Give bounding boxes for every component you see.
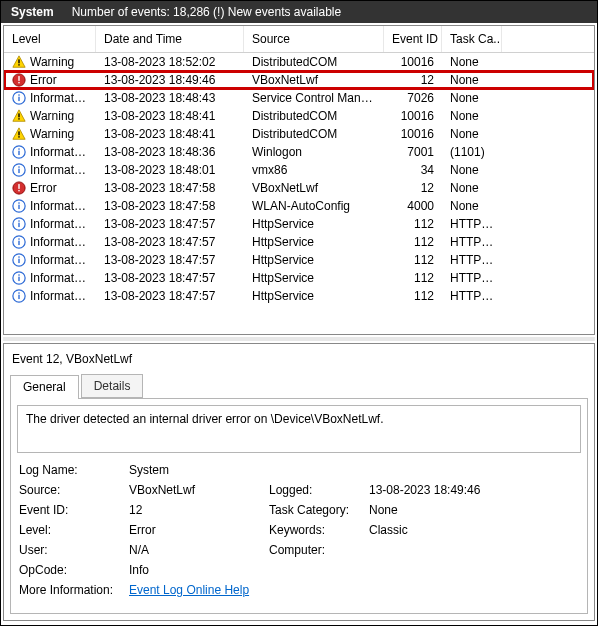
table-row[interactable]: Information13-08-2023 18:47:57HttpServic…: [4, 251, 594, 269]
info-icon: [12, 235, 26, 249]
cell-level: Error: [30, 181, 57, 195]
cell-datetime: 13-08-2023 18:48:36: [96, 144, 244, 160]
val-level: Error: [129, 523, 269, 537]
table-row[interactable]: Error13-08-2023 18:47:58VBoxNetLwf12None: [4, 179, 594, 197]
col-level[interactable]: Level: [4, 26, 96, 52]
details-title: Event 12, VBoxNetLwf: [10, 348, 588, 374]
col-source[interactable]: Source: [244, 26, 384, 52]
grid-header[interactable]: Level Date and Time Source Event ID Task…: [4, 26, 594, 53]
grid-body[interactable]: Warning13-08-2023 18:52:02DistributedCOM…: [4, 53, 594, 331]
svg-rect-5: [18, 82, 19, 83]
lbl-user: User:: [19, 543, 129, 557]
table-row[interactable]: Error13-08-2023 18:49:46VBoxNetLwf12None: [4, 71, 594, 89]
cell-datetime: 13-08-2023 18:48:41: [96, 126, 244, 142]
warning-icon: [12, 55, 26, 69]
lbl-taskcat: Task Category:: [269, 503, 369, 517]
cell-level: Information: [30, 253, 90, 267]
table-row[interactable]: Warning13-08-2023 18:48:41DistributedCOM…: [4, 125, 594, 143]
event-message: The driver detected an internal driver e…: [17, 405, 581, 453]
error-icon: [12, 73, 26, 87]
cell-level: Information: [30, 91, 90, 105]
cell-level: Error: [30, 73, 57, 87]
cell-taskcat: None: [442, 126, 502, 142]
svg-rect-38: [18, 274, 19, 275]
svg-rect-25: [18, 205, 19, 209]
cell-taskcat: None: [442, 108, 502, 124]
svg-rect-1: [18, 59, 19, 63]
col-datetime[interactable]: Date and Time: [96, 26, 244, 52]
tab-general[interactable]: General: [10, 375, 79, 399]
cell-source: VBoxNetLwf: [244, 180, 384, 196]
details-tabs: General Details: [10, 374, 588, 399]
table-row[interactable]: Warning13-08-2023 18:52:02DistributedCOM…: [4, 53, 594, 71]
cell-datetime: 13-08-2023 18:47:57: [96, 252, 244, 268]
val-taskcat: None: [369, 503, 529, 517]
cell-datetime: 13-08-2023 18:48:01: [96, 162, 244, 178]
lbl-opcode: OpCode:: [19, 563, 129, 577]
info-icon: [12, 289, 26, 303]
cell-taskcat: (1101): [442, 144, 502, 160]
col-eventid[interactable]: Event ID: [384, 26, 442, 52]
warning-icon: [12, 127, 26, 141]
svg-rect-16: [18, 151, 19, 155]
svg-rect-41: [18, 292, 19, 293]
warning-icon: [12, 109, 26, 123]
cell-level: Information: [30, 289, 90, 303]
cell-taskcat: HTTP S...: [442, 288, 502, 304]
cell-eventid: 112: [384, 288, 442, 304]
splitter[interactable]: [3, 337, 595, 341]
table-row[interactable]: Information13-08-2023 18:47:57HttpServic…: [4, 269, 594, 287]
svg-rect-40: [18, 295, 19, 299]
lbl-level: Level:: [19, 523, 129, 537]
svg-rect-7: [18, 97, 19, 101]
cell-level: Warning: [30, 109, 74, 123]
lbl-logname: Log Name:: [19, 463, 129, 477]
table-row[interactable]: Information13-08-2023 18:48:01vmx8634Non…: [4, 161, 594, 179]
svg-rect-11: [18, 118, 19, 119]
val-opcode: Info: [129, 563, 269, 577]
cell-source: vmx86: [244, 162, 384, 178]
svg-rect-20: [18, 166, 19, 167]
table-row[interactable]: Warning13-08-2023 18:48:41DistributedCOM…: [4, 107, 594, 125]
details-pane: Event 12, VBoxNetLwf General Details The…: [3, 343, 595, 621]
lbl-keywords: Keywords:: [269, 523, 369, 537]
cell-eventid: 112: [384, 216, 442, 232]
cell-taskcat: None: [442, 198, 502, 214]
svg-rect-17: [18, 148, 19, 149]
svg-rect-29: [18, 220, 19, 221]
cell-eventid: 12: [384, 72, 442, 88]
svg-rect-37: [18, 277, 19, 281]
cell-eventid: 4000: [384, 198, 442, 214]
svg-rect-4: [18, 76, 19, 81]
table-row[interactable]: Information13-08-2023 18:48:43Service Co…: [4, 89, 594, 107]
svg-rect-13: [18, 131, 19, 135]
table-row[interactable]: Information13-08-2023 18:47:57HttpServic…: [4, 287, 594, 305]
cell-source: Service Control Mana...: [244, 90, 384, 106]
table-row[interactable]: Information13-08-2023 18:47:57HttpServic…: [4, 233, 594, 251]
cell-eventid: 10016: [384, 54, 442, 70]
info-icon: [12, 199, 26, 213]
svg-rect-8: [18, 94, 19, 95]
cell-level: Warning: [30, 127, 74, 141]
cell-taskcat: None: [442, 90, 502, 106]
cell-taskcat: HTTP S...: [442, 216, 502, 232]
cell-level: Information: [30, 145, 90, 159]
cell-eventid: 7001: [384, 144, 442, 160]
col-taskcat[interactable]: Task Ca...: [442, 26, 502, 52]
table-row[interactable]: Information13-08-2023 18:47:57HttpServic…: [4, 215, 594, 233]
table-row[interactable]: Information13-08-2023 18:48:36Winlogon70…: [4, 143, 594, 161]
svg-rect-32: [18, 238, 19, 239]
tab-details[interactable]: Details: [81, 374, 144, 398]
svg-rect-22: [18, 184, 19, 189]
cell-source: HttpService: [244, 234, 384, 250]
table-row[interactable]: Information13-08-2023 18:47:58WLAN-AutoC…: [4, 197, 594, 215]
cell-eventid: 112: [384, 252, 442, 268]
svg-rect-31: [18, 241, 19, 245]
svg-rect-28: [18, 223, 19, 227]
cell-datetime: 13-08-2023 18:47:57: [96, 288, 244, 304]
events-grid[interactable]: Level Date and Time Source Event ID Task…: [3, 25, 595, 335]
link-online-help[interactable]: Event Log Online Help: [129, 583, 249, 597]
cell-eventid: 7026: [384, 90, 442, 106]
cell-eventid: 112: [384, 270, 442, 286]
cell-source: Winlogon: [244, 144, 384, 160]
